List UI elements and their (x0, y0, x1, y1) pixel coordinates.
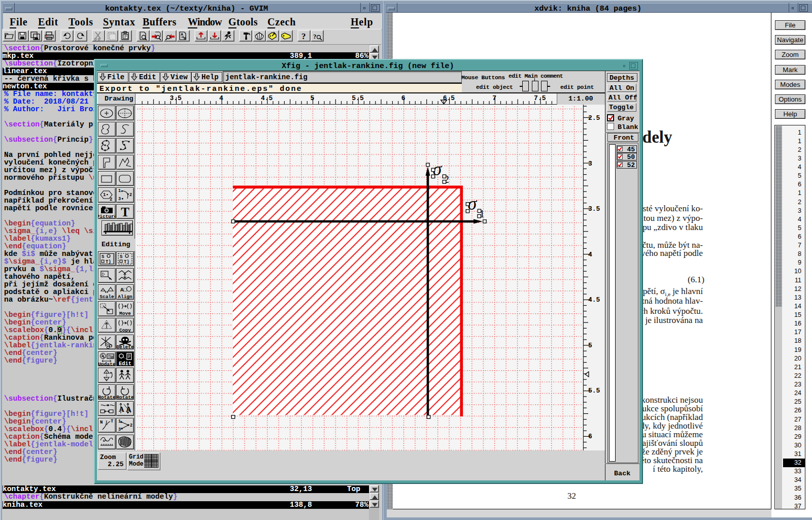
svg-text:3.5: 3.5 (588, 205, 600, 213)
svg-text:5.5: 5.5 (588, 387, 600, 395)
svg-text:1▪: 1▪ (103, 192, 109, 198)
svg-text:A: A (181, 32, 183, 36)
svg-text:5: 5 (588, 342, 592, 349)
svg-text:?: ? (313, 32, 317, 40)
svg-text:4: 4 (588, 251, 592, 258)
svg-text:7: 7 (492, 94, 496, 102)
svg-text:Align: Align (118, 294, 133, 299)
svg-text:Edit: Edit (119, 361, 131, 366)
svg-text:2: 2 (130, 423, 132, 428)
svg-text:1: 1 (118, 419, 121, 424)
svg-text:A: A (119, 405, 124, 413)
svg-text:3: 3 (118, 197, 121, 202)
svg-text:4.5: 4.5 (260, 94, 273, 102)
svg-text:2.5: 2.5 (588, 114, 600, 122)
svg-text:A□: A□ (120, 287, 127, 293)
svg-text:Rotate: Rotate (117, 395, 133, 399)
svg-text:N: N (100, 420, 103, 425)
svg-text:Rotate: Rotate (98, 395, 115, 399)
svg-text:T: T (111, 419, 114, 424)
svg-text:?: ? (301, 31, 306, 41)
svg-text:B: B (184, 37, 186, 40)
svg-text:1: 1 (118, 188, 121, 193)
svg-text:Move: Move (119, 311, 131, 316)
svg-text:3: 3 (118, 427, 121, 432)
svg-text:4.5: 4.5 (588, 296, 600, 304)
svg-text:3.5: 3.5 (170, 94, 182, 102)
svg-text:Copy: Copy (119, 328, 131, 333)
svg-text:6: 6 (588, 433, 592, 440)
svg-text:3: 3 (588, 160, 592, 168)
svg-text:6.5: 6.5 (443, 94, 455, 102)
svg-text:2: 2 (129, 192, 132, 198)
svg-text:T): T) (124, 259, 129, 265)
svg-text:5: 5 (310, 94, 314, 102)
svg-text:Picture: Picture (98, 214, 115, 219)
svg-text:S: S (101, 254, 105, 259)
svg-text:Delete: Delete (117, 344, 133, 349)
svg-text:S: S (120, 254, 123, 259)
svg-text:2: 2 (110, 197, 112, 202)
svg-text:T): T) (106, 259, 111, 265)
svg-text:5.5: 5.5 (352, 94, 364, 102)
svg-text:Update: Update (98, 362, 115, 366)
svg-text:Scale: Scale (99, 294, 114, 299)
svg-text:7.5: 7.5 (534, 94, 546, 102)
svg-text:T: T (121, 205, 129, 219)
svg-text:4: 4 (219, 94, 223, 102)
svg-text:6: 6 (401, 94, 405, 102)
